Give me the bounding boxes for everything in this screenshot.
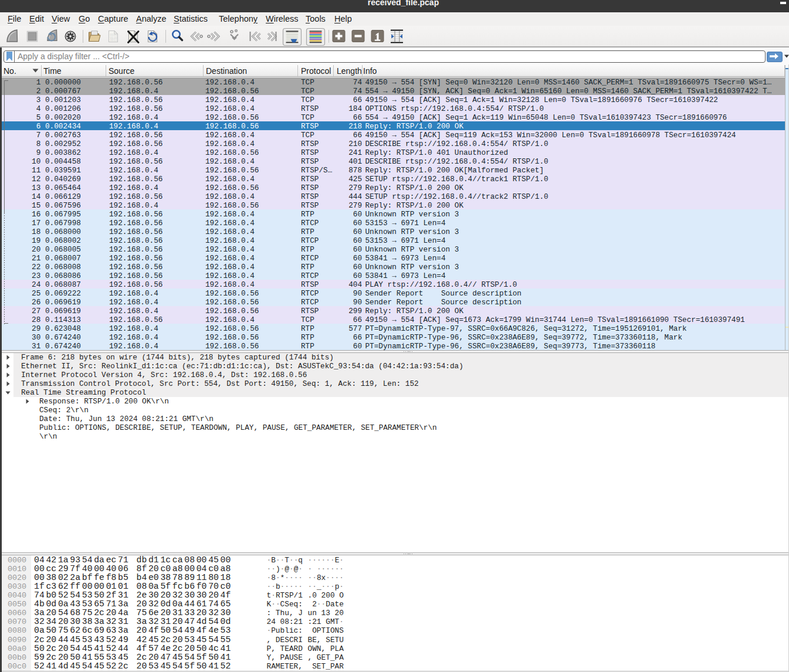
svg-text:0011: 0011 [110, 39, 117, 42]
